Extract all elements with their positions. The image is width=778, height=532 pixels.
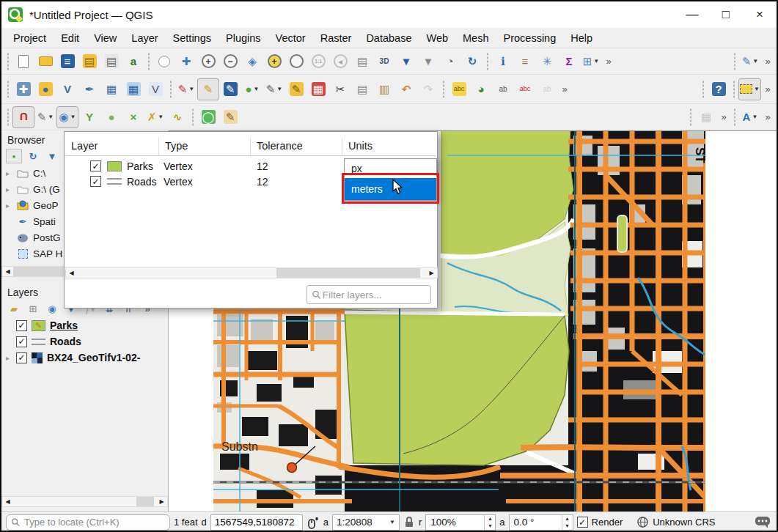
menu-item-raster[interactable]: Raster	[313, 29, 359, 47]
field-calculator-button[interactable]: ≡	[514, 51, 536, 73]
spin-up-icon[interactable]: ▲	[562, 515, 573, 522]
zoom-out-button[interactable]: −	[219, 51, 241, 73]
delete-selected-button[interactable]: ▦	[307, 78, 329, 100]
style-manager-button[interactable]: a	[122, 51, 144, 73]
project-new-button[interactable]	[12, 51, 34, 73]
digitize-with-shape-button[interactable]: ●▼	[241, 78, 263, 100]
menu-item-web[interactable]: Web	[419, 29, 455, 47]
toolbar-overflow-icon[interactable]: »	[558, 80, 571, 99]
show-hidden-labels-button[interactable]: ab	[536, 78, 558, 100]
scroll-left-icon[interactable]: ◀	[66, 268, 77, 278]
scroll-thumb[interactable]	[276, 268, 420, 278]
map-themes-icon[interactable]: ◉	[44, 301, 60, 316]
toolbar-drag-handle[interactable]	[6, 108, 10, 126]
column-header-layer[interactable]: Layer	[65, 137, 159, 155]
highlight-pinned-labels-button[interactable]: abc	[514, 78, 536, 100]
zoom-to-selection-button[interactable]: +	[263, 51, 285, 73]
menu-item-project[interactable]: Project	[6, 29, 54, 47]
toolbar-drag-handle[interactable]	[733, 53, 737, 70]
enable-tracing-button[interactable]: ∿	[166, 106, 188, 128]
crs-status[interactable]: Unknown CRS	[653, 517, 715, 528]
snap-on-segment-button[interactable]: ✗▼	[144, 106, 166, 128]
snap-tolerance-cell[interactable]: 12	[257, 160, 268, 172]
toolbar-overflow-icon[interactable]: »	[761, 108, 774, 127]
enable-snapping-button[interactable]: U	[12, 106, 34, 128]
project-open-button[interactable]	[34, 51, 56, 73]
annotations-button[interactable]: A▼	[739, 106, 761, 128]
render-checkbox[interactable]: ✓	[577, 517, 588, 528]
project-save-button[interactable]: ≡	[56, 51, 78, 73]
zoom-next-button[interactable]: ◂	[329, 51, 351, 73]
show-spatial-bookmarks-button[interactable]: ▼	[417, 51, 439, 73]
toolbar-overflow-icon[interactable]: »	[761, 52, 774, 71]
menu-item-settings[interactable]: Settings	[166, 29, 219, 47]
undo-button[interactable]: ↶	[395, 78, 417, 100]
snap-type-cell[interactable]: Vertex	[164, 160, 193, 172]
units-option-px[interactable]: px	[345, 159, 436, 178]
toolbar-drag-handle[interactable]	[169, 81, 173, 98]
help-button[interactable]: ?	[708, 78, 730, 100]
layer-checkbox[interactable]: ✓	[16, 352, 27, 363]
coordinate-input[interactable]	[210, 514, 303, 531]
point-feature[interactable]	[287, 463, 297, 473]
vertex-tool-button[interactable]: ✎▼	[34, 106, 56, 128]
menu-item-processing[interactable]: Processing	[496, 29, 564, 47]
new-map-view-button[interactable]: ▤	[351, 51, 373, 73]
close-button[interactable]: ×	[743, 1, 777, 28]
locator-input[interactable]	[23, 516, 165, 528]
expand-icon[interactable]: ▸	[6, 169, 16, 177]
toggle-editing-button[interactable]: ✎	[197, 78, 219, 100]
menu-item-view[interactable]: View	[87, 29, 124, 47]
snap-type-cell[interactable]: Vertex	[164, 176, 193, 188]
layer-diagram-button[interactable]: ◕	[470, 78, 492, 100]
magnifier-spinbox[interactable]: 100% ▲▼	[425, 514, 496, 531]
refresh-icon[interactable]: ↻	[25, 149, 41, 163]
zoom-to-layer-button[interactable]	[285, 51, 307, 73]
new-geopackage-button[interactable]: ●	[34, 78, 56, 100]
layer-item-raster[interactable]: ▸ ✓ BX24_GeoTifv1-02-	[1, 350, 168, 366]
mesh-digitizing-button[interactable]: ▦	[695, 106, 717, 128]
avoid-overlap-button[interactable]: ●	[100, 106, 122, 128]
extents-toggle-icon[interactable]	[307, 516, 320, 529]
cut-features-button[interactable]: ✂	[329, 78, 351, 100]
digitize-with-curve-button[interactable]: ✎▼	[739, 51, 761, 73]
statistical-summary-button[interactable]: Σ	[558, 51, 580, 73]
toolbar-overflow-icon[interactable]: »	[602, 52, 615, 71]
minimize-button[interactable]: —	[675, 1, 709, 28]
layers-hscrollbar[interactable]: ◀ ▶	[1, 496, 168, 507]
processing-toolbox-button[interactable]: ✳	[536, 51, 558, 73]
pan-to-selection-button[interactable]: ✚	[175, 51, 197, 73]
osm-place-search-button[interactable]: ✎	[219, 106, 241, 128]
layer-item-parks[interactable]: ✓ ✎ Parks	[1, 317, 168, 333]
snap-tolerance-cell[interactable]: 12	[257, 176, 268, 188]
units-option-meters[interactable]: meters	[345, 178, 436, 200]
column-header-type[interactable]: Type	[159, 137, 251, 155]
toolbar-overflow-icon[interactable]: »	[761, 80, 774, 99]
filter-layers-input[interactable]	[321, 289, 426, 301]
new-shapefile-button[interactable]: V	[56, 78, 78, 100]
scroll-left-icon[interactable]: ◀	[2, 497, 13, 506]
layer-labeling-button[interactable]: abc	[448, 78, 470, 100]
show-layout-manager-button[interactable]: ▤	[100, 51, 122, 73]
snapping-on-intersection-button[interactable]: ×	[122, 106, 144, 128]
layer-checkbox[interactable]: ✓	[16, 336, 27, 347]
toolbar-overflow-icon[interactable]: »	[717, 108, 730, 127]
menu-item-plugins[interactable]: Plugins	[219, 29, 268, 47]
new-spatial-bookmark-button[interactable]: ▼	[395, 51, 417, 73]
spin-up-icon[interactable]: ▲	[485, 515, 495, 522]
toolbar-drag-handle[interactable]	[485, 53, 490, 70]
scale-combo[interactable]: 1:20808 ▼	[332, 514, 400, 531]
crs-globe-icon[interactable]	[636, 516, 649, 528]
menu-item-edit[interactable]: Edit	[54, 29, 87, 47]
identify-features-button[interactable]: ℹ	[492, 51, 514, 73]
new-gpx-layer-button[interactable]: V	[144, 78, 166, 100]
advanced-digitizing-button[interactable]: ✎▼	[263, 78, 285, 100]
redo-button[interactable]: ↷	[417, 78, 439, 100]
expand-icon[interactable]: ▸	[6, 202, 16, 210]
filter-browser-icon[interactable]: ▼	[44, 149, 60, 163]
messages-bubble-icon[interactable]	[755, 516, 772, 529]
new-virtual-layer-button[interactable]: ▦	[100, 78, 122, 100]
new-3d-map-view-button[interactable]: 3D	[373, 51, 395, 73]
scroll-right-icon[interactable]: ▶	[156, 497, 167, 506]
metasearch-button[interactable]: ◯	[197, 106, 219, 128]
